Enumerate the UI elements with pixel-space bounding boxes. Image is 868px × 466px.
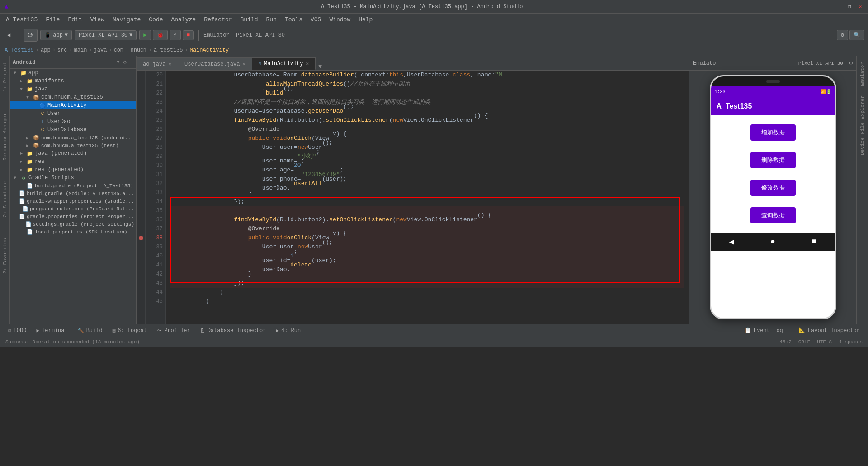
phone-btn-delete[interactable]: 删除数据: [750, 152, 796, 168]
menu-view[interactable]: View: [87, 15, 108, 24]
run-button[interactable]: ▶: [139, 30, 151, 40]
tree-item-res-gen[interactable]: ▶ 📁 res (generated): [10, 166, 136, 174]
tree-item-gradlewrapper[interactable]: 📄 gradle-wrapper.properties (Gradle...: [10, 197, 136, 205]
app-dropdown[interactable]: 📱 app ▼: [40, 30, 72, 40]
breadcrumb-a_test135[interactable]: a_test135: [154, 47, 183, 53]
tree-item-buildgradle-mod[interactable]: 📄 build.gradle (Module: A_Test135.a...: [10, 190, 136, 197]
tab-ao-java[interactable]: ao.java ✕: [137, 57, 178, 70]
settings-icon[interactable]: ⚙: [837, 30, 848, 40]
line-37: 37: [148, 224, 163, 233]
breadcrumb-src[interactable]: src: [57, 47, 67, 53]
tree-item-package[interactable]: ▼ 📦 com.hnucm.a_test135: [10, 93, 136, 101]
debug-button[interactable]: 🐞: [153, 30, 168, 40]
tree-item-res[interactable]: ▶ 📁 res: [10, 157, 136, 166]
tree-item-settingsgradle[interactable]: 📄 settings.gradle (Project Settings): [10, 220, 136, 228]
tree-item-app[interactable]: ▼ 📁 app: [10, 69, 136, 77]
sync-button[interactable]: ⟳: [24, 29, 38, 42]
left-tab-resource[interactable]: Resource Manager: [0, 109, 9, 164]
bottom-tab-profiler[interactable]: 〜 Profiler: [152, 326, 195, 336]
bottom-tab-logcat[interactable]: ▤ 6: Logcat: [108, 326, 151, 336]
close-icon-userdatabase[interactable]: ✕: [242, 61, 245, 67]
tree-item-java[interactable]: ▼ 📁 java: [10, 85, 136, 93]
menu-build[interactable]: Build: [237, 15, 262, 24]
tree-item-gradleprops[interactable]: 📄 gradle.properties (Project Proper...: [10, 213, 136, 220]
folder-icon-2: 📁: [26, 151, 33, 157]
tree-item-localprops[interactable]: 📄 local.properties (SDK Location): [10, 228, 136, 236]
breadcrumb-app[interactable]: app: [41, 47, 51, 53]
menu-analyze[interactable]: Analyze: [168, 15, 200, 24]
menu-file[interactable]: File: [42, 15, 63, 24]
phone-btn-edit[interactable]: 修改数据: [750, 180, 796, 196]
bottom-tab-terminal[interactable]: ▶ Terminal: [32, 326, 72, 336]
nav-home-icon[interactable]: ●: [770, 237, 775, 246]
tree-item-buildgradle-proj[interactable]: 📄 build.gradle (Project: A_Test135): [10, 182, 136, 190]
breadcrumb-main[interactable]: main: [74, 47, 87, 53]
close-icon-ao[interactable]: ✕: [168, 61, 171, 67]
nav-back-icon[interactable]: ◀: [729, 237, 734, 247]
more-tabs-button[interactable]: ▼: [316, 63, 325, 70]
tree-item-test[interactable]: ▶ 📦 com.hnucm.a_test135 (test): [10, 142, 136, 149]
menu-refactor[interactable]: Refactor: [200, 15, 236, 24]
bottom-tab-eventlog[interactable]: 📋 Event Log: [740, 326, 788, 336]
breadcrumb-mainactivity[interactable]: MainActivity: [190, 47, 229, 53]
code-area[interactable]: userDatabase= Room.databaseBuilder( cont…: [166, 71, 689, 324]
menu-window[interactable]: Window: [326, 15, 354, 24]
tab-mainactivity[interactable]: M MainActivity ✕: [252, 57, 316, 70]
phone-btn-add[interactable]: 增加数据: [750, 124, 796, 141]
tree-item-gradle-scripts[interactable]: ▼ ⚙ Gradle Scripts: [10, 174, 136, 182]
bottom-tab-todo[interactable]: ☑ TODO: [4, 326, 31, 336]
tree-item-androidtest[interactable]: ▶ 📦 com.hnucm.a_test135 (android...: [10, 134, 136, 142]
menu-help[interactable]: Help: [355, 15, 376, 24]
maximize-button[interactable]: ❐: [846, 4, 853, 10]
device-dropdown[interactable]: Pixel XL API 30 ▼: [75, 30, 137, 40]
back-button[interactable]: ◀: [4, 30, 14, 40]
tree-item-userdatabase[interactable]: C UserDatabase: [10, 126, 136, 134]
bp-line-36: [137, 215, 145, 224]
profile-button[interactable]: ⚡: [170, 30, 181, 40]
menu-navigate[interactable]: Navigate: [109, 15, 144, 24]
menu-code[interactable]: Code: [145, 15, 166, 24]
left-tab-project[interactable]: 1: Project: [0, 58, 9, 95]
bottom-tab-database[interactable]: 🗄 Database Inspector: [196, 326, 271, 336]
tree-item-userdao[interactable]: I UserDao: [10, 118, 136, 126]
bottom-tab-run[interactable]: ▶ 4: Run: [271, 326, 305, 336]
bottom-tab-build[interactable]: 🔨 Build: [73, 326, 107, 336]
menu-vcs[interactable]: VCS: [307, 15, 325, 24]
nav-recent-icon[interactable]: ■: [811, 237, 816, 246]
bottom-tab-layout-inspector[interactable]: 📐 Layout Inspector: [794, 326, 864, 336]
tab-label-mainactivity: MainActivity: [264, 61, 303, 67]
phone-btn-query[interactable]: 查询数据: [750, 207, 796, 223]
bp-line-25: [137, 116, 145, 125]
right-tab-device-explorer[interactable]: Device File Explorer: [858, 92, 867, 159]
breadcrumb-com[interactable]: com: [114, 47, 124, 53]
menu-run[interactable]: Run: [263, 15, 280, 24]
breadcrumb-java[interactable]: java: [94, 47, 107, 53]
minimize-button[interactable]: —: [835, 4, 842, 10]
package-icon: 📦: [33, 95, 40, 100]
stop-button[interactable]: ■: [183, 30, 194, 40]
menu-edit[interactable]: Edit: [64, 15, 85, 24]
tree-item-proguard[interactable]: 📄 proguard-rules.pro (ProGuard Rul...: [10, 205, 136, 213]
left-tab-favorites[interactable]: 2: Favorites: [0, 234, 9, 277]
tree-item-java-gen[interactable]: ▶ 📁 java (generated): [10, 149, 136, 157]
sidebar-minimize-icon[interactable]: —: [130, 59, 133, 66]
tree-item-user[interactable]: C User: [10, 109, 136, 118]
editor-tabs: ao.java ✕ UserDatabase.java ✕ M MainActi…: [137, 56, 689, 71]
sidebar-dropdown-icon[interactable]: ▼: [117, 60, 120, 65]
close-button[interactable]: ✕: [857, 4, 863, 10]
right-tab-emulator[interactable]: Emulator: [858, 58, 867, 90]
breadcrumb-root[interactable]: A_Test135: [5, 47, 34, 53]
close-icon-mainactivity[interactable]: ✕: [306, 61, 309, 67]
search-icon[interactable]: 🔍: [849, 30, 864, 40]
left-tab-structure[interactable]: 2: Structure: [0, 178, 9, 221]
tree-item-manifests[interactable]: ▶ 📁 manifests: [10, 77, 136, 85]
emulator-settings-icon[interactable]: ⚙: [849, 60, 853, 67]
tab-userdatabase[interactable]: UserDatabase.java ✕: [178, 57, 252, 70]
menu-app[interactable]: A_Test135: [2, 15, 41, 24]
toolbar-separator-2: [198, 30, 199, 41]
bp-line-45: [137, 299, 145, 308]
sidebar-settings-icon[interactable]: ⚙: [123, 59, 127, 66]
tree-item-mainactivity[interactable]: 🔵 MainActivity: [10, 101, 136, 109]
menu-tools[interactable]: Tools: [281, 15, 306, 24]
breadcrumb-hnucm[interactable]: hnucm: [130, 47, 146, 53]
